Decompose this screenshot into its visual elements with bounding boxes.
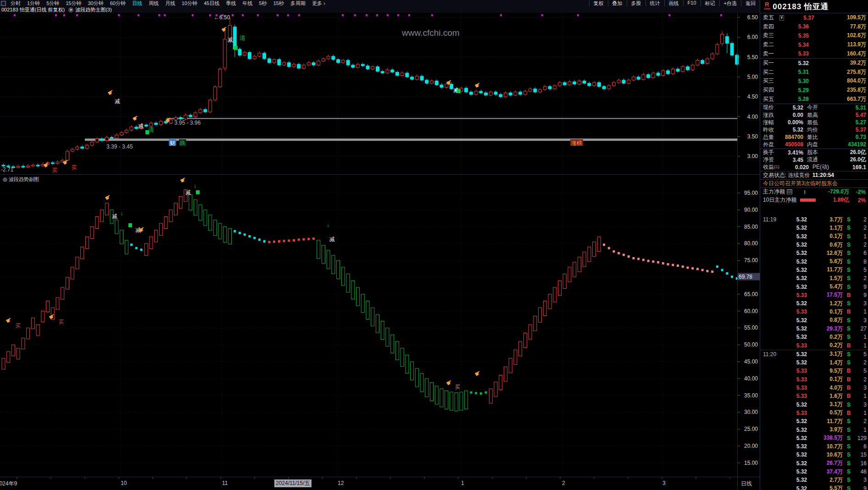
svg-text:75.00: 75.00 [744, 257, 758, 264]
menu-item-复权[interactable]: 复权 [589, 0, 608, 7]
bid-row[interactable]: 买五 5.28663.7万 [760, 94, 868, 104]
main-net-inflow-row[interactable]: 主力净额 -729.0万 -2% [760, 188, 868, 196]
tool-menu: 复权叠加多股统计画线F10标记+自选返回 [589, 0, 760, 7]
sub-indicator-title[interactable]: 波段趋势副图 [3, 176, 39, 183]
tick-row[interactable]: 5.32 5.6万 S 8 [760, 257, 868, 265]
menu-item-日线[interactable]: 日线 [129, 0, 145, 6]
menu-item-分时[interactable]: 分时 [7, 0, 24, 6]
menu-item-多股[interactable]: 多股 [627, 0, 645, 7]
svg-text:60.00: 60.00 [744, 308, 758, 314]
tick-row[interactable]: 5.32 26.7万 S 16 [760, 459, 868, 468]
title-bar: 002183 怡亚通(日线 前复权) ▾ 波段趋势主图(3) [0, 6, 760, 13]
bid-row[interactable]: 买三 5.30804.0万 [760, 77, 868, 86]
tick-row[interactable]: 5.33 0.1万 B 2 [760, 375, 868, 384]
ask-row[interactable]: 卖四 5.3677.8万 [760, 22, 868, 32]
menu-item-15分钟[interactable]: 15分钟 [62, 0, 84, 6]
menu-item-10分钟[interactable]: 10分钟 [178, 0, 200, 6]
menu-item-F10[interactable]: F10 [683, 0, 701, 7]
signal-dot [720, 14, 722, 16]
tick-row[interactable]: 5.32 11.7万 S 2 [760, 417, 868, 425]
main-indicator-label[interactable]: 波段趋势主图(3) [75, 6, 111, 13]
app-icon [1, 1, 6, 6]
menu-item-统计[interactable]: 统计 [645, 0, 664, 7]
menu-item-5秒[interactable]: 5秒 [256, 0, 270, 6]
bid-row[interactable]: 买一 5.3239.2万 [760, 59, 868, 68]
ask-row[interactable]: 卖二 5.34113.9万 [760, 40, 868, 50]
bid-row[interactable]: 买二 5.31275.8万 [760, 68, 868, 77]
tick-row[interactable]: 5.32 12.6万 S 6 [760, 249, 868, 257]
company-notice[interactable]: 今日公司召开第3次临时股东会 [760, 179, 868, 188]
tick-row[interactable]: 5.33 0.2万 B 1 [760, 341, 868, 349]
signal-dot [138, 14, 139, 16]
tick-row[interactable]: 5.32 0.8万 S 3 [760, 316, 868, 325]
svg-text:65.00: 65.00 [744, 291, 758, 297]
tick-row[interactable]: 5.33 17.5万 B 9 [760, 291, 868, 299]
signal-dot [577, 14, 579, 16]
signal-dot [55, 14, 57, 16]
menu-item-季线[interactable]: 季线 [223, 0, 239, 6]
svg-text:30.00: 30.00 [744, 409, 758, 415]
stock-title: 002183 怡亚通 [773, 1, 829, 12]
tick-row[interactable]: 5.32 5.4万 S 9 [760, 282, 868, 291]
svg-text:80.00: 80.00 [744, 240, 758, 247]
hand-icon: ☛ [103, 193, 112, 202]
tick-row[interactable]: 11:205.32 3.1万 S 5 [760, 350, 868, 358]
menu-item-返回[interactable]: 返回 [741, 0, 760, 7]
menu-item-标记[interactable]: 标记 [701, 0, 719, 7]
symbol-title: 002183 怡亚通(日线 前复权) [1, 6, 65, 13]
tick-row[interactable]: 5.32 1.1万 S 2 [760, 224, 868, 232]
tick-row[interactable]: 5.32 0.1万 S 1 [760, 232, 868, 241]
signal-dot [257, 14, 259, 16]
tick-row[interactable]: 5.33 0.5万 B 1 [760, 409, 868, 417]
menu-item-年线[interactable]: 年线 [239, 0, 256, 6]
tick-row[interactable]: 5.32 338.5万 S 129 [760, 434, 868, 442]
menu-item-多周期[interactable]: 多周期 [287, 0, 309, 6]
menu-item-月线[interactable]: 月线 [162, 0, 178, 6]
tick-row[interactable]: 5.32 11.7万 S 5 [760, 266, 868, 274]
tick-row[interactable]: 5.33 9.5万 B 5 [760, 367, 868, 375]
tick-row[interactable]: 5.32 3.1万 S 3 [760, 401, 868, 409]
menu-item-5分钟[interactable]: 5分钟 [43, 0, 62, 6]
sub-indicator-chart[interactable]: 95.0090.0085.0080.0075.0070.0065.0060.00… [0, 174, 760, 477]
svg-text:50.00: 50.00 [744, 341, 758, 348]
signal-dot [287, 14, 289, 16]
tick-row[interactable]: 5.32 10.6万 S 15 [760, 451, 868, 459]
tick-list[interactable]: 11:195.32 3.7万 S 25.32 1.1万 S 25.32 0.1万… [760, 215, 868, 490]
tick-row[interactable]: 5.33 4.0万 B 3 [760, 384, 868, 392]
tick-row[interactable]: 5.32 2.7万 S 3 [760, 476, 868, 484]
menu-item-60分钟[interactable]: 60分钟 [107, 0, 129, 6]
chevron-down-icon[interactable]: ▾ [68, 7, 73, 12]
ask-row[interactable]: 卖三 5.35102.6万 [760, 31, 868, 40]
date-axis[interactable]: 2024/11/15/五 日线 2024年9101112123 [0, 477, 760, 490]
tick-row[interactable]: 5.32 37.4万 S 46 [760, 468, 868, 476]
menu-item-更多 ›[interactable]: 更多 › [309, 0, 328, 6]
tick-row[interactable]: 5.32 0.2万 S 1 [760, 333, 868, 341]
tick-row[interactable]: 11:195.32 3.7万 S 2 [760, 215, 868, 224]
menu-item-45日线[interactable]: 45日线 [200, 0, 223, 6]
tick-row[interactable]: 5.33 0.1万 B 1 [760, 308, 868, 316]
menu-item-+自选[interactable]: +自选 [719, 0, 741, 7]
menu-item-周线[interactable]: 周线 [145, 0, 162, 6]
bid-row[interactable]: 买四 5.29235.8万 [760, 86, 868, 95]
menu-item-1分钟[interactable]: 1分钟 [24, 0, 43, 6]
menu-item-30分钟[interactable]: 30分钟 [85, 0, 107, 6]
buy-signal-label: 买 [16, 323, 21, 328]
ask-row[interactable]: 卖一 5.33160.4万 [760, 49, 868, 58]
menu-item-画线[interactable]: 画线 [664, 0, 683, 7]
net10-inflow-row[interactable]: 10日主力净额 1.89亿 2% [760, 196, 868, 204]
tick-row[interactable]: 5.32 0.6万 S 2 [760, 241, 868, 249]
main-candlestick-chart[interactable]: 6.506.005.505.004.504.003.503.00←6.503.9… [0, 13, 760, 174]
ask-row[interactable]: 卖五¥ 5.37109.5万 [760, 13, 868, 22]
menu-item-叠加[interactable]: 叠加 [608, 0, 627, 7]
tick-row[interactable]: 5.32 10.7万 S 6 [760, 442, 868, 451]
tick-row[interactable]: 5.32 3.9万 S 1 [760, 425, 868, 434]
menu-item-15秒[interactable]: 15秒 [270, 0, 287, 6]
tick-row[interactable]: 5.32 1.4万 S 2 [760, 358, 868, 367]
tick-row[interactable]: 5.32 5.5万 S 9 [760, 484, 868, 490]
tick-row[interactable]: 5.32 1.5万 S 2 [760, 274, 868, 282]
tick-row[interactable]: 5.33 1.6万 B 1 [760, 392, 868, 400]
svg-text:6.50: 6.50 [747, 14, 758, 21]
selected-date-label: 2024/11/15/五 [274, 479, 312, 487]
tick-row[interactable]: 5.32 1.2万 S 3 [760, 299, 868, 308]
tick-row[interactable]: 5.32 29.3万 S 27 [760, 325, 868, 333]
